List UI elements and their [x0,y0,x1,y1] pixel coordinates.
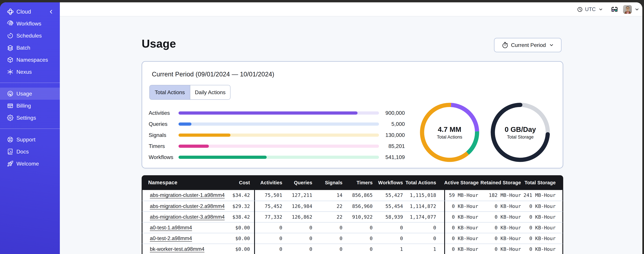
cell-retained-storage: 0 KB-Hour [480,222,523,233]
sidebar-nav: WorkflowsSchedulesBatchNamespacesNexusUs… [0,18,60,170]
app-window: Cloud WorkflowsSchedulesBatchNamespacesN… [0,2,642,254]
bar-value: 5,000 [379,121,405,127]
cell-retained-storage: 0 KB-Hour [480,201,523,212]
cell-timers: 0 [344,244,375,254]
cell-total-storage: 0 KB-Hour [523,233,563,244]
cell-total-actions: 0 [405,222,444,233]
namespace-link[interactable]: a0-test-2.a98mm4 [142,233,216,244]
cell-cost: $29.32 [216,201,254,212]
sidebar-collapse-button[interactable] [48,8,55,16]
cell-cost: $38.42 [216,212,254,222]
table-row: abs-migration-cluster-1.a98mm4$34.4275,5… [142,190,563,201]
bar-track [178,134,379,137]
table-header: NamespaceCostActivitiesQueriesSignalsTim… [142,175,563,190]
cell-activities: 0 [254,222,284,233]
sidebar-item-workflows[interactable]: Workflows [0,18,60,30]
sidebar-item-support[interactable]: Support [0,134,60,146]
sidebar-item-usage[interactable]: Usage [0,88,60,100]
chevron-down-icon [634,7,640,12]
cell-cost: $0.00 [216,222,254,233]
cell-timers: 0 [344,222,375,233]
cell-queries: 0 [284,233,314,244]
bar-label: Signals [149,132,178,138]
cell-timers: 856,865 [344,190,375,201]
clock-icon [577,7,583,12]
period-selector-button[interactable]: Current Period [494,38,562,52]
tab-total-actions[interactable]: Total Actions [150,85,190,99]
bar-label: Workflows [149,154,178,160]
bar-track [178,144,379,148]
total-storage-donut: 0 GB/DayTotal Storage [488,100,552,164]
sidebar-item-settings[interactable]: Settings [0,112,60,124]
cell-cost: $34.42 [216,190,254,201]
desktop-background: { "topbar": { "timezone": "UTC" }, "side… [0,0,644,254]
cell-timers: 0 [344,233,375,244]
cell-total-actions: 1,114,872 [405,201,444,212]
sidebar-item-schedules[interactable]: Schedules [0,30,60,42]
namespaces-icon [7,57,14,63]
donut-value: 4.7 MM [438,126,461,134]
docs-icon [7,148,14,155]
bar-row-queries: Queries5,000 [149,118,405,130]
table-row: a0-test-1.a98mm4$0.000000000 KB-Hour0 KB… [142,222,563,233]
cell-workflows: 55,454 [375,201,405,212]
sidebar-item-label: Workflows [16,20,42,27]
namespace-link[interactable]: abs-migration-cluster-3.a98mm4 [142,212,216,222]
sidebar-item-label: Batch [16,45,30,51]
bar-row-activities: Activities900,000 [149,108,405,118]
sidebar-separator [0,82,60,83]
usage-card-title: Current Period (09/01/2024 — 10/01/2024) [152,71,274,78]
sidebar-item-docs[interactable]: Docs [0,146,60,158]
topbar: UTC [60,2,642,16]
column-header-workflows: Workflows [375,180,405,186]
cell-active-storage: 0 KB-Hour [444,222,480,233]
donut-center: 0 GB/DayTotal Storage [488,101,552,164]
column-header-total-storage: Total Storage [523,180,563,186]
namespace-link[interactable]: bk-worker-test.a98mm4 [142,244,216,254]
page-title: Usage [142,37,176,50]
cell-retained-storage: 182 MB-Hour [480,190,523,201]
feedback-glasses-button[interactable] [611,6,618,13]
namespace-link[interactable]: abs-migration-cluster-1.a98mm4 [142,190,216,201]
bar-row-signals: Signals130,000 [149,130,405,140]
bar-fill [178,144,209,148]
bar-fill [178,122,192,126]
sidebar-separator [0,128,60,129]
bar-fill [178,112,358,114]
sidebar-item-label: Nexus [16,69,32,75]
donut-center: 4.7 MMTotal Actions [418,101,482,164]
cell-workflows: 1 [375,244,405,254]
cell-queries: 126,984 [284,201,314,212]
column-header-retained-storage: Retained Storage [480,180,523,186]
stopwatch-icon [502,42,508,48]
namespace-link[interactable]: a0-test-1.a98mm4 [142,222,216,233]
column-header-namespace: Namespace [142,180,216,186]
sidebar-item-label: Welcome [16,161,39,167]
cell-activities: 0 [254,233,284,244]
sidebar-item-namespaces[interactable]: Namespaces [0,54,60,66]
welcome-icon [7,160,14,167]
sidebar-item-billing[interactable]: Billing [0,100,60,112]
timezone-selector[interactable]: UTC [577,2,603,16]
sidebar-item-nexus[interactable]: Nexus [0,66,60,78]
cell-timers: 910,922 [344,212,375,222]
namespace-link[interactable]: abs-migration-cluster-2.a98mm4 [142,201,216,212]
usage-icon [7,90,14,97]
timezone-label: UTC [585,6,596,12]
cell-queries: 0 [284,222,314,233]
cell-queries: 126,862 [284,212,314,222]
actions-bar-chart: Activities900,000Queries5,000Signals130,… [149,108,405,163]
sidebar-item-welcome[interactable]: Welcome [0,158,60,170]
tab-daily-actions[interactable]: Daily Actions [190,85,230,99]
chevron-down-icon [598,7,603,12]
sidebar-item-batch[interactable]: Batch [0,42,60,54]
cell-activities: 75,501 [254,190,284,201]
chevron-down-icon [549,42,554,48]
cell-workflows: 0 [375,233,405,244]
column-header-signals: Signals [314,180,344,186]
account-menu[interactable] [623,2,640,16]
cell-signals: 14 [314,190,344,201]
cell-total-storage: 0 KB-Hour [523,222,563,233]
bar-track [178,112,379,114]
cell-activities: 75,452 [254,201,284,212]
